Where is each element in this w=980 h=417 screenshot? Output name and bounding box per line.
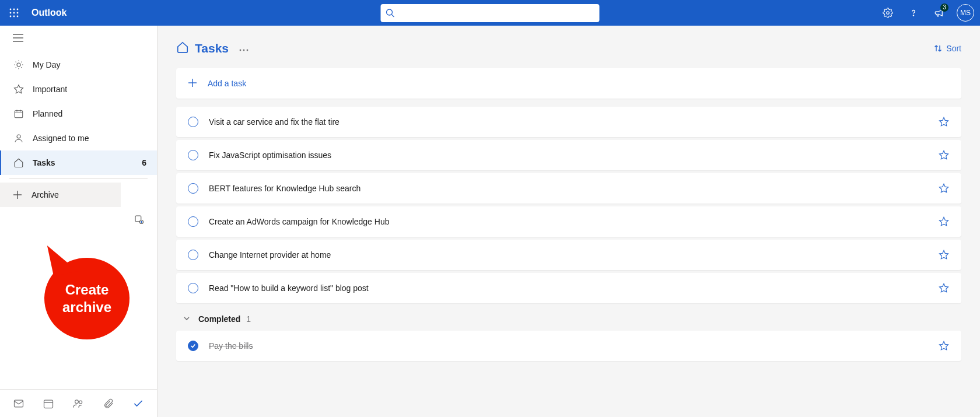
task-star-button[interactable] xyxy=(938,282,950,294)
task-row[interactable]: Visit a car service and fix the flat tir… xyxy=(176,107,961,137)
task-row[interactable]: Create an AdWords campaign for Knowledge… xyxy=(176,206,961,237)
gear-icon xyxy=(883,8,893,18)
task-star-button[interactable] xyxy=(938,216,950,227)
task-title: Create an AdWords campaign for Knowledge… xyxy=(209,217,938,226)
task-complete-toggle[interactable] xyxy=(188,341,198,351)
help-button[interactable] xyxy=(902,0,925,26)
svg-point-30 xyxy=(17,135,20,138)
new-list-input-row[interactable] xyxy=(0,183,121,207)
annotation-text: Create archive xyxy=(62,281,111,316)
task-complete-toggle[interactable] xyxy=(188,150,198,160)
question-icon xyxy=(908,8,919,18)
settings-button[interactable] xyxy=(876,0,900,26)
svg-marker-52 xyxy=(940,284,949,292)
svg-marker-51 xyxy=(940,251,949,259)
mail-app-button[interactable] xyxy=(6,391,32,416)
people-app-button[interactable] xyxy=(65,391,91,416)
calendar-icon xyxy=(13,108,24,120)
svg-point-6 xyxy=(10,16,12,17)
nav-list: My Day Important Planned Assigned to me xyxy=(0,50,157,175)
svg-marker-53 xyxy=(940,342,949,350)
todo-app-button[interactable] xyxy=(125,391,151,416)
task-title: Visit a car service and fix the flat tir… xyxy=(209,117,938,127)
svg-point-8 xyxy=(17,16,19,17)
task-row[interactable]: Fix JavaScript optimisation issues xyxy=(176,140,961,170)
task-complete-toggle[interactable] xyxy=(188,283,198,293)
notification-badge: 3 xyxy=(940,3,949,12)
task-title: Change Internet provider at home xyxy=(209,250,938,260)
task-star-button[interactable] xyxy=(938,149,950,161)
task-title: Pay the bills xyxy=(209,341,938,351)
completed-label: Completed xyxy=(198,314,240,324)
task-title: Read "How to build a keyword list" blog … xyxy=(209,283,938,293)
calendar-app-button[interactable] xyxy=(36,391,61,416)
svg-point-44 xyxy=(247,49,249,51)
new-group-button[interactable] xyxy=(121,207,157,232)
task-complete-toggle[interactable] xyxy=(188,216,198,227)
add-task-input[interactable]: Add a task xyxy=(176,68,961,99)
star-icon xyxy=(13,83,24,95)
sort-button[interactable]: Sort xyxy=(933,44,961,53)
task-complete-toggle[interactable] xyxy=(188,117,198,127)
list-options-button[interactable] xyxy=(237,41,251,55)
waffle-icon xyxy=(9,8,19,17)
svg-rect-38 xyxy=(44,400,53,408)
main-content: Tasks Sort Add a task Visit a car servic… xyxy=(158,26,980,417)
sidebar-item-assigned[interactable]: Assigned to me xyxy=(0,126,157,150)
task-title: BERT features for Knowledge Hub search xyxy=(209,184,938,193)
sidebar: My Day Important Planned Assigned to me xyxy=(0,26,158,417)
files-app-button[interactable] xyxy=(96,391,121,416)
svg-point-16 xyxy=(17,63,20,66)
svg-line-24 xyxy=(21,62,22,62)
task-star-button[interactable] xyxy=(938,249,950,261)
svg-point-3 xyxy=(10,12,12,14)
sidebar-item-planned[interactable]: Planned xyxy=(0,101,157,126)
task-row[interactable]: Pay the bills xyxy=(176,331,961,361)
svg-point-1 xyxy=(13,9,15,10)
task-row[interactable]: BERT features for Knowledge Hub search xyxy=(176,173,961,204)
svg-point-43 xyxy=(243,49,245,51)
plus-icon xyxy=(188,78,197,89)
check-icon xyxy=(132,398,144,409)
search-box[interactable] xyxy=(381,4,600,22)
svg-marker-47 xyxy=(940,118,949,126)
task-row[interactable]: Read "How to build a keyword list" blog … xyxy=(176,273,961,303)
sidebar-item-tasks[interactable]: Tasks 6 xyxy=(0,150,157,175)
task-complete-toggle[interactable] xyxy=(188,250,198,260)
task-row[interactable]: Change Internet provider at home xyxy=(176,240,961,270)
plus-icon xyxy=(13,189,22,201)
sidebar-toggle-button[interactable] xyxy=(0,26,157,50)
completed-section-toggle[interactable]: Completed 1 xyxy=(176,306,961,331)
task-star-button[interactable] xyxy=(938,183,950,194)
person-icon xyxy=(13,132,24,144)
sidebar-item-myday[interactable]: My Day xyxy=(0,52,157,77)
sidebar-divider xyxy=(9,178,148,179)
home-icon xyxy=(13,157,24,169)
sidebar-item-important[interactable]: Important xyxy=(0,77,157,101)
search-container xyxy=(381,4,600,22)
svg-point-42 xyxy=(240,49,242,51)
task-star-button[interactable] xyxy=(938,340,950,352)
announcements-button[interactable]: 3 xyxy=(928,0,951,26)
svg-point-40 xyxy=(75,400,79,403)
sidebar-item-label: Tasks xyxy=(33,158,142,167)
people-icon xyxy=(72,398,84,409)
task-title: Fix JavaScript optimisation issues xyxy=(209,150,938,160)
header-actions: 3 MS xyxy=(876,0,974,26)
task-star-button[interactable] xyxy=(938,116,950,128)
app-launcher-button[interactable] xyxy=(0,0,28,26)
sidebar-item-label: Important xyxy=(33,85,146,94)
new-group-icon xyxy=(134,214,144,225)
attachment-icon xyxy=(103,398,114,409)
sidebar-item-count: 6 xyxy=(142,158,146,167)
search-input[interactable] xyxy=(400,8,595,18)
new-list-input[interactable] xyxy=(30,190,135,200)
avatar[interactable]: MS xyxy=(957,4,974,22)
task-complete-toggle[interactable] xyxy=(188,183,198,194)
app-header: Outlook 3 MS xyxy=(0,0,980,26)
annotation-callout: Create archive xyxy=(44,258,130,339)
svg-rect-37 xyxy=(14,400,23,407)
search-icon xyxy=(386,8,395,17)
sidebar-item-label: My Day xyxy=(33,60,146,69)
svg-marker-49 xyxy=(940,184,949,192)
